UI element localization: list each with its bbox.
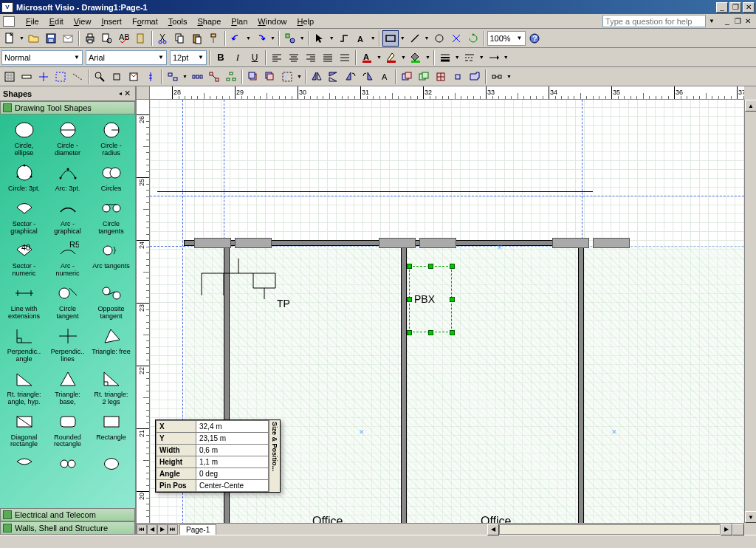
pan-button[interactable]: [109, 69, 125, 85]
union-button[interactable]: [399, 69, 415, 85]
redo-button[interactable]: [252, 30, 269, 47]
format-painter-button[interactable]: [206, 30, 222, 47]
rotate-text-button[interactable]: A: [377, 69, 393, 85]
scroll-left-button[interactable]: ◀: [487, 524, 499, 535]
connector-tool-button[interactable]: [336, 30, 352, 47]
shape-rt-triangle-legs[interactable]: Rt. triangle: 2 legs: [90, 366, 132, 408]
line-pattern-dropdown[interactable]: ▼: [478, 49, 485, 66]
tp-label[interactable]: TP: [277, 298, 290, 309]
style-combo[interactable]: Normal▼: [1, 50, 83, 65]
email-button[interactable]: [60, 30, 76, 47]
shape-opposite-tangent[interactable]: Opposite tangent: [90, 281, 132, 322]
shape-sector-numeric[interactable]: 40Sector - numeric: [3, 238, 45, 279]
shape-circle-3pt[interactable]: Circle: 3pt.: [3, 160, 45, 194]
font-combo[interactable]: Arial▼: [86, 50, 167, 65]
shape-perpendicular-lines[interactable]: Perpendic.. lines: [47, 323, 89, 365]
line-weight-button[interactable]: [437, 49, 453, 66]
shape-circle-ellipse[interactable]: Circle, ellipse: [3, 117, 45, 159]
stencil-walls-shell[interactable]: Walls, Shell and Structure: [0, 521, 135, 535]
research-button[interactable]: [133, 30, 149, 47]
ruler-vertical[interactable]: 26252423222120: [137, 100, 150, 523]
ruler-corner[interactable]: [137, 86, 150, 100]
sp-y-value[interactable]: 23,15 m: [196, 433, 269, 445]
pointer-tool-button[interactable]: [312, 30, 328, 47]
scroll-right-button[interactable]: ▶: [721, 524, 732, 535]
wall-segment[interactable]: [401, 246, 407, 523]
print-button[interactable]: [82, 30, 98, 47]
shape-arc-3pt[interactable]: Arc: 3pt.: [47, 160, 89, 194]
tab-prev-button[interactable]: ◀: [147, 524, 157, 535]
rectangle-tool-button[interactable]: [382, 30, 399, 47]
shape-arc-tangents[interactable]: Arc tangents: [90, 238, 132, 279]
selection-handle[interactable]: [407, 297, 412, 302]
distribute-button[interactable]: [337, 49, 353, 66]
sp-height-value[interactable]: 1,1 m: [196, 456, 269, 468]
shape-more3[interactable]: [90, 451, 132, 478]
snap-extension-button[interactable]: [69, 69, 86, 85]
shapes-window-dropdown[interactable]: ▼: [299, 30, 306, 47]
shape-arc-graphical[interactable]: Arc - graphical: [47, 196, 89, 237]
subtract-button[interactable]: [467, 69, 483, 85]
layout-shapes-button[interactable]: [223, 69, 239, 85]
shape-arc-numeric[interactable]: R5Arc - numeric: [47, 238, 89, 279]
scroll-track[interactable]: [499, 524, 721, 535]
tab-first-button[interactable]: ⏮: [137, 524, 147, 535]
font-color-dropdown[interactable]: ▼: [376, 49, 382, 66]
door-shape[interactable]: [593, 238, 630, 248]
sp-pinpos-value[interactable]: Center-Cente: [196, 480, 269, 492]
flip-v-button[interactable]: [326, 69, 342, 85]
menu-view[interactable]: View: [69, 16, 97, 27]
stencil-drawing-tools[interactable]: Drawing Tool Shapes: [0, 101, 135, 114]
wireway-line[interactable]: [157, 191, 593, 192]
vertical-scrollbar[interactable]: ▲ ▼: [744, 100, 756, 523]
undo-dropdown[interactable]: ▼: [245, 30, 252, 47]
snap-ruler-button[interactable]: [18, 69, 35, 85]
doc-icon[interactable]: [3, 16, 15, 27]
font-color-button[interactable]: A: [359, 49, 375, 66]
save-button[interactable]: [43, 30, 59, 47]
doc-close-button[interactable]: ✕: [743, 17, 753, 26]
shape-rounded-rectangle[interactable]: Rounded rectangle: [47, 409, 89, 451]
connection-point[interactable]: ✕: [497, 244, 503, 251]
selection-handle[interactable]: [428, 264, 433, 269]
shape-diagonal-rectangle[interactable]: Diagonal rectangle: [3, 409, 45, 451]
autoconnect-dropdown[interactable]: ▼: [506, 69, 512, 85]
ruler-button[interactable]: [142, 69, 159, 85]
shape-rectangle[interactable]: Rectangle: [90, 409, 132, 451]
fill-color-button[interactable]: [408, 49, 424, 66]
menu-file[interactable]: File: [21, 16, 44, 27]
size-position-window[interactable]: X32,4 m Y23,15 m Width0,6 m Height1,1 m …: [155, 419, 281, 493]
shape-circle-tangent[interactable]: Circle tangent: [47, 281, 89, 322]
open-button[interactable]: [26, 30, 42, 47]
align-dropdown[interactable]: ▼: [182, 69, 188, 85]
door-shape[interactable]: [552, 238, 589, 248]
line-color-dropdown[interactable]: ▼: [400, 49, 407, 66]
new-dropdown[interactable]: ▼: [18, 30, 25, 47]
maximize-button[interactable]: ❐: [729, 2, 741, 13]
shape-triangle-base[interactable]: Triangle: base,: [47, 366, 89, 408]
stencil-body[interactable]: Circle, ellipse Circle - diameter Circle…: [0, 114, 135, 508]
paste-button[interactable]: [189, 30, 205, 47]
help-dropdown[interactable]: ▼: [707, 18, 716, 24]
connection-point[interactable]: ✕: [611, 428, 617, 436]
shape-circle-radius[interactable]: Circle - radius: [90, 117, 132, 159]
help-search-input[interactable]: [602, 15, 706, 27]
sp-angle-value[interactable]: 0 deg: [196, 468, 269, 480]
redo-dropdown[interactable]: ▼: [269, 30, 276, 47]
scroll-down-button[interactable]: ▼: [745, 511, 756, 523]
menu-window[interactable]: Window: [252, 16, 292, 27]
doc-restore-button[interactable]: ❐: [732, 17, 743, 26]
align-center-button[interactable]: [286, 49, 302, 66]
snap-guide-button[interactable]: [35, 69, 52, 85]
menu-insert[interactable]: Insert: [96, 16, 127, 27]
selection-handle[interactable]: [450, 330, 455, 335]
shape-rt-triangle-hyp[interactable]: Rt. triangle: angle, hyp.: [3, 366, 45, 408]
undo-button[interactable]: [228, 30, 244, 47]
close-button[interactable]: ✕: [743, 2, 755, 13]
sp-width-value[interactable]: 0,6 m: [196, 445, 269, 456]
selection-handle[interactable]: [450, 264, 455, 269]
shape-sector-graphical[interactable]: Sector - graphical: [3, 196, 45, 237]
wall-segment[interactable]: [578, 240, 584, 523]
minimize-button[interactable]: _: [716, 2, 728, 13]
selection-handle[interactable]: [428, 330, 433, 335]
